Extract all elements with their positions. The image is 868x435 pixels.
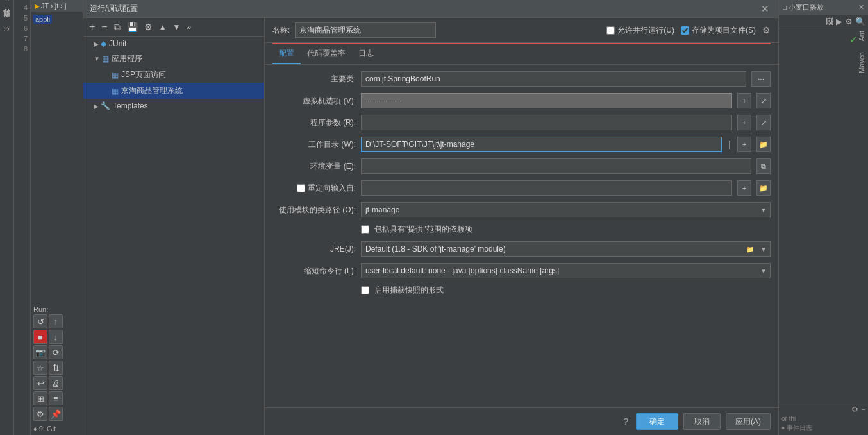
br-settings-btn[interactable]: ⚙: [851, 405, 858, 414]
jre-row: JRE(J): Default (1.8 - SDK of 'jt-manage…: [272, 241, 771, 257]
appli-item[interactable]: appli: [31, 13, 83, 25]
vm-expand-btn[interactable]: ⤢: [756, 93, 771, 108]
mini-tool-settings-btn[interactable]: ⚙: [845, 17, 853, 26]
run-restart-btn[interactable]: ↺: [33, 314, 47, 328]
help-btn[interactable]: ?: [621, 416, 631, 427]
tree-item-jt-system[interactable]: ▦ 京淘商品管理系统: [83, 83, 264, 99]
tree-item-application[interactable]: ▼ ▦ 应用程序: [83, 51, 264, 67]
dialog-container: 运行/调试配置 ✕ + − ⧉ 💾 ⚙ ▲ ▼ »: [83, 0, 778, 435]
run-camera-btn[interactable]: 📷: [33, 345, 47, 359]
include-provided-label[interactable]: 包括具有"提供"范围的依赖项: [374, 224, 472, 235]
main-class-row: 主要类: ···: [272, 71, 771, 87]
tree-add-btn[interactable]: +: [87, 21, 97, 33]
tab-coverage[interactable]: 代码覆盖率: [301, 44, 352, 64]
run-sort-btn[interactable]: ⇅: [49, 361, 63, 375]
env-vars-input[interactable]: [361, 158, 751, 174]
config-name-row: 名称: 允许并行运行(U) 存储为项目文件(S) ⚙: [265, 18, 778, 43]
config-tabs: 配置 代码覆盖率 日志: [265, 44, 778, 65]
tree-item-label: 应用程序: [112, 53, 142, 64]
enable-snapshot-checkbox[interactable]: [361, 286, 369, 294]
tree-copy-btn[interactable]: ⧉: [112, 21, 122, 33]
redirect-input[interactable]: [361, 180, 732, 196]
module-classpath-select[interactable]: jt-manage: [361, 202, 771, 218]
main-class-browse-btn[interactable]: ···: [751, 71, 771, 87]
tree-item-junit[interactable]: ▶ ◆ JUnit: [83, 37, 264, 51]
submit-tab[interactable]: 3: 提交交流器: [0, 19, 13, 35]
redirect-add-btn[interactable]: +: [737, 180, 751, 196]
mini-window-titlebar: □ 小窗口播放 ✕: [779, 0, 868, 15]
tab-config[interactable]: 配置: [272, 44, 301, 64]
mini-tool-image-btn[interactable]: 🖼: [825, 17, 833, 26]
allow-parallel-label[interactable]: 允许并行运行(U): [606, 25, 674, 36]
run-buttons: ↺ ↑ ■ ↓ 📷 ⟳ ☆ ⇅ ↩ 🖨: [33, 314, 80, 432]
working-dir-input[interactable]: [361, 137, 722, 152]
run-reset-btn[interactable]: ⟳: [49, 345, 63, 359]
include-provided-checkbox[interactable]: [361, 225, 369, 234]
jt-tab[interactable]: ▶ JT › jt › j: [31, 0, 83, 12]
redirect-browse-btn[interactable]: 📁: [756, 180, 771, 196]
settings-gear-icon[interactable]: ⚙: [762, 25, 771, 35]
ok-btn[interactable]: 确定: [636, 413, 678, 430]
run-up-btn[interactable]: ↑: [49, 314, 63, 328]
checkmark-icon: ✓: [849, 33, 858, 46]
br-minimize-btn[interactable]: −: [861, 405, 865, 414]
vm-add-btn[interactable]: +: [737, 93, 751, 108]
bottom-right-text: or thi: [781, 415, 865, 422]
tree-remove-btn[interactable]: −: [99, 21, 109, 33]
tab-log[interactable]: 日志: [352, 44, 380, 64]
tree-item-jsp[interactable]: ▦ JSP页面访问: [83, 67, 264, 83]
redirect-label: 重定向输入自:: [308, 183, 356, 194]
tree-list: ▶ ◆ JUnit ▼ ▦ 应用程序 ▦ JSP页面访问: [83, 37, 264, 435]
redirect-checkbox[interactable]: [297, 184, 305, 192]
mini-window-close-btn[interactable]: ✕: [858, 3, 864, 12]
run-list-btn[interactable]: ≡: [49, 391, 63, 405]
mini-tool-search-btn[interactable]: 🔍: [855, 17, 865, 26]
run-pin-btn[interactable]: 📌: [49, 407, 63, 421]
tree-toolbar: + − ⧉ 💾 ⚙ ▲ ▼ »: [83, 18, 264, 37]
tree-item-templates[interactable]: ▶ 🔧 Templates: [83, 99, 264, 113]
program-args-input[interactable]: [361, 115, 732, 130]
working-dir-row: 工作目录 (W): | + 📁: [272, 137, 771, 152]
tree-arrow-up-btn[interactable]: ▲: [157, 22, 169, 32]
args-expand-btn[interactable]: ⤢: [756, 115, 771, 130]
include-provided-row: 包括具有"提供"范围的依赖项: [361, 224, 771, 235]
env-copy-btn[interactable]: ⧉: [756, 158, 771, 174]
run-import-btn[interactable]: ↩: [33, 376, 47, 390]
run-panel: Run: ↺ ↑ ■ ↓ 📷 ⟳ ☆ ⇅: [31, 302, 83, 435]
dialog-body: + − ⧉ 💾 ⚙ ▲ ▼ » ▶ ◆ JUnit: [83, 18, 778, 435]
vm-options-row: 虚拟机选项 (V): ····················· + ⤢: [272, 93, 771, 108]
line-number-gutter: 4 5 6 7 8: [14, 0, 31, 435]
enable-snapshot-label[interactable]: 启用捕获快照的形式: [374, 285, 444, 296]
checkmark-area: ✓: [781, 33, 858, 46]
config-name-input[interactable]: [295, 22, 436, 38]
run-print-btn[interactable]: 🖨: [49, 376, 63, 390]
workdir-add-btn[interactable]: +: [737, 137, 751, 152]
cancel-btn[interactable]: 取消: [683, 413, 721, 430]
dialog-close-btn[interactable]: ✕: [758, 3, 772, 15]
ant-label: Ant: [858, 31, 865, 42]
run-down-btn[interactable]: ↓: [49, 330, 63, 344]
run-copy2-btn[interactable]: ⚙: [33, 407, 47, 421]
workdir-browse-btn[interactable]: 📁: [756, 137, 771, 152]
apply-btn[interactable]: 应用(A): [726, 413, 771, 430]
tree-save-btn[interactable]: 💾: [125, 21, 140, 33]
vm-options-blurred: ·····················: [361, 93, 732, 108]
args-add-btn[interactable]: +: [737, 115, 751, 130]
tree-more-btn[interactable]: »: [185, 22, 193, 32]
structure-tab[interactable]: 2: 结构: [0, 3, 13, 18]
run-stop-btn[interactable]: ■: [33, 330, 47, 344]
jre-select[interactable]: Default (1.8 - SDK of 'jt-manage' module…: [361, 241, 771, 257]
main-class-input[interactable]: [361, 71, 746, 87]
env-vars-label: 环境变量 (E):: [272, 161, 356, 172]
line-number: 4: [14, 3, 30, 13]
run-grid-btn[interactable]: ⊞: [33, 391, 47, 405]
save-to-project-label[interactable]: 存储为项目文件(S): [681, 25, 756, 36]
mini-tool-play-btn[interactable]: ▶: [836, 17, 842, 26]
git-label[interactable]: ♦ 9: Git: [33, 425, 56, 432]
run-star-btn[interactable]: ☆: [33, 361, 47, 375]
save-to-project-checkbox[interactable]: [681, 26, 689, 35]
allow-parallel-checkbox[interactable]: [606, 26, 615, 35]
tree-arrow-down-btn[interactable]: ▼: [171, 22, 183, 32]
shorten-cmd-select[interactable]: user-local default: none - java [options…: [361, 263, 771, 278]
tree-config-btn[interactable]: ⚙: [142, 21, 154, 33]
